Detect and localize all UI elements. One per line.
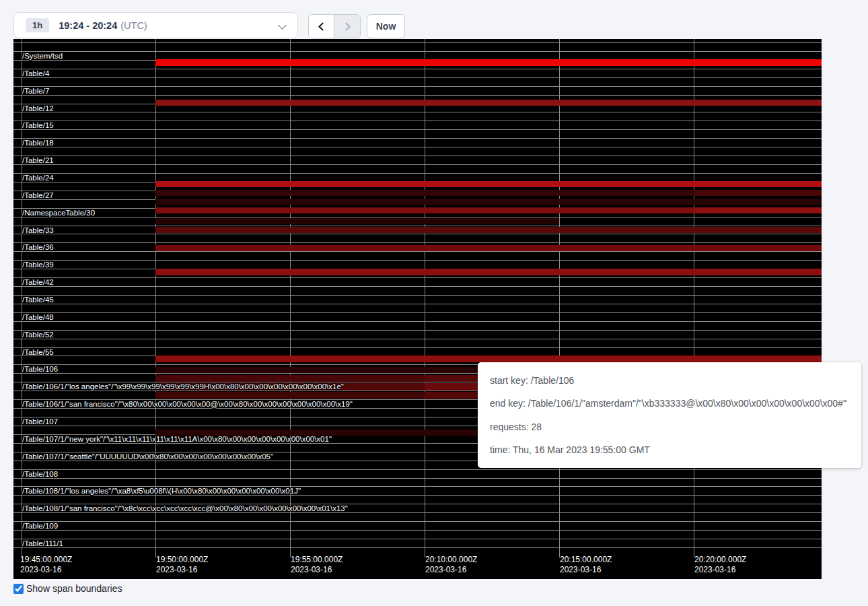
tick-time: 20:20:00.000Z	[694, 555, 746, 565]
heat-band	[290, 245, 425, 251]
row-key-label: /Table/15	[22, 121, 54, 130]
heat-band	[290, 207, 425, 213]
heat-band	[155, 190, 290, 196]
heat-band	[694, 207, 822, 213]
time-gridline	[155, 39, 156, 558]
row-key-label: /Table/33	[22, 226, 54, 235]
heat-band	[290, 367, 425, 373]
heat-band	[155, 245, 290, 251]
heat-band	[425, 100, 559, 106]
heat-band	[155, 207, 290, 213]
heat-band	[290, 392, 425, 399]
heat-band	[559, 356, 694, 362]
heat-band	[425, 207, 559, 213]
row-key-label: /Table/107/1/"seattle"/"UUUUUUD\x00\x80\…	[22, 452, 273, 461]
tick-time: 20:10:00.000Z	[425, 555, 477, 565]
tick-time: 19:55:00.000Z	[291, 555, 342, 565]
row-key-label: /Table/107	[22, 417, 58, 426]
span-boundary-lines	[13, 42, 822, 554]
heat-band	[559, 181, 694, 187]
row-key-label: /Table/21	[22, 156, 54, 165]
show-span-boundaries-checkbox[interactable]	[13, 584, 24, 594]
heat-band	[694, 269, 822, 275]
previous-range-button[interactable]	[309, 15, 334, 38]
time-range-pager	[308, 14, 361, 38]
row-key-label: /Table/48	[22, 312, 54, 322]
time-range-timezone: (UTC)	[120, 20, 147, 31]
heat-band	[425, 245, 559, 251]
row-key-label: /Table/52	[22, 330, 54, 339]
show-span-boundaries-label: Show span boundaries	[26, 583, 122, 594]
next-range-button-disabled[interactable]	[334, 15, 360, 38]
heat-band	[155, 375, 290, 382]
heat-band	[559, 227, 694, 233]
row-key-label: /System/tsd	[22, 51, 63, 61]
time-gridline	[694, 39, 694, 558]
heat-band	[155, 227, 290, 233]
tooltip-end-key: end key: /Table/106/1/"amsterdam"/"\xb33…	[490, 398, 849, 409]
tick-date: 2023-03-16	[291, 565, 342, 575]
heat-band	[694, 181, 822, 187]
row-key-label: /Table/111/1	[22, 539, 63, 548]
row-key-label: /Table/106	[22, 364, 58, 374]
row-key-label: /Table/18	[22, 138, 54, 147]
row-key-label: /Table/27	[22, 191, 54, 200]
tick-date: 2023-03-16	[694, 565, 746, 575]
heat-band	[559, 59, 694, 66]
row-key-label: /Table/106/1/"san francisco"/"\x80\x00\x…	[22, 399, 353, 409]
row-key-label: /Table/7	[22, 86, 49, 96]
tick-time: 19:45:00.000Z	[20, 555, 72, 565]
heat-band	[290, 375, 425, 382]
heat-band	[155, 218, 290, 224]
heat-band	[425, 356, 559, 362]
tick-date: 2023-03-16	[425, 565, 477, 575]
footer-controls: Show span boundaries	[13, 583, 122, 594]
row-key-label: /NamespaceTable/30	[22, 208, 95, 217]
heat-band	[290, 100, 425, 106]
heat-band	[290, 269, 425, 275]
row-key-label: /Table/39	[22, 260, 54, 269]
heat-band	[155, 392, 290, 399]
time-gridline	[559, 39, 560, 558]
tick-date: 2023-03-16	[156, 565, 208, 575]
heat-band	[155, 100, 290, 106]
tick-date: 2023-03-16	[20, 565, 72, 575]
heat-band	[559, 207, 694, 213]
row-key-label: /Table/45	[22, 295, 54, 304]
row-key-label: /Table/106/1/"los angeles"/"\x99\x99\x99…	[22, 382, 344, 391]
heat-band	[290, 190, 425, 196]
heat-band	[425, 269, 559, 275]
heat-band	[155, 181, 290, 187]
row-key-label: /Table/55	[22, 347, 54, 357]
row-key-label: /Table/108	[22, 469, 58, 479]
heat-band	[425, 227, 559, 233]
row-key-label: /Table/12	[22, 104, 54, 113]
row-key-label: /Table/108/1/"san francisco"/"\x8c\xcc\x…	[22, 504, 348, 513]
heat-band	[559, 190, 694, 196]
heat-band	[155, 356, 290, 362]
row-key-label: /Table/4	[22, 69, 49, 78]
tick-time: 19:50:00.000Z	[156, 555, 208, 565]
time-gridline	[425, 39, 425, 558]
time-tick-label: 19:50:00.000Z2023-03-16	[156, 555, 208, 575]
time-range-label: 19:24 - 20:24	[59, 20, 117, 31]
heat-band	[155, 199, 290, 205]
tick-time: 20:15:00.000Z	[560, 555, 612, 565]
now-button[interactable]: Now	[367, 14, 405, 38]
heat-band	[559, 269, 694, 275]
heat-band	[694, 100, 822, 106]
time-range-selector[interactable]: 1h 19:24 - 20:24 (UTC)	[13, 12, 298, 38]
tooltip-time: time: Thu, 16 Mar 2023 19:55:00 GMT	[490, 444, 849, 455]
heat-band	[559, 199, 694, 205]
heat-band	[290, 199, 425, 205]
heat-band	[559, 100, 694, 106]
row-key-label: /Table/107/1/"new york"/"\x11\x11\x11\x1…	[22, 434, 332, 444]
time-tick-label: 19:45:00.000Z2023-03-16	[20, 555, 72, 575]
heat-band	[425, 59, 559, 66]
heat-band	[559, 245, 694, 251]
keyviz-heatmap-canvas[interactable]: /System/tsd/Table/4/Table/7/Table/12/Tab…	[13, 39, 822, 579]
heat-band	[425, 190, 559, 196]
row-key-label: /Table/24	[22, 173, 54, 182]
row-key-label: /Table/108/1/"los angeles"/"\xa8\xf5\u00…	[22, 486, 301, 496]
row-key-label: /Table/42	[22, 277, 54, 287]
